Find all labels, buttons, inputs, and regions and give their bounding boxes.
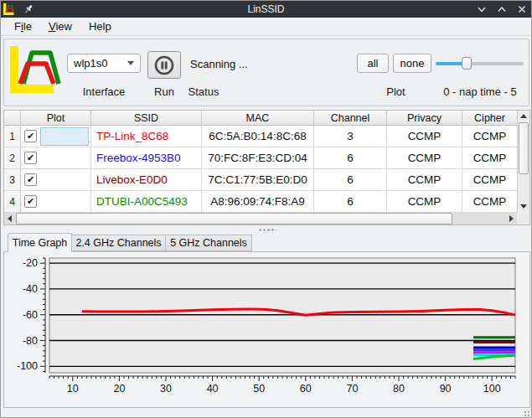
table-row[interactable]: 3 Livebox-E0D0 7C:C1:77:5B:E0:D0 6 CCMP … [4,169,517,191]
column-header-privacy[interactable]: Privacy [387,111,462,126]
menu-file[interactable]: File [6,18,40,34]
mac-cell[interactable]: 7C:C1:77:5B:E0:D0 [202,169,314,191]
plot-cell[interactable] [21,169,91,191]
statusbar [1,409,532,418]
plot-checkbox[interactable] [24,173,37,186]
time-graph-chart: -20-40-60-80-100102030405060708090100 [4,252,529,407]
column-header-mac[interactable]: MAC [202,111,314,126]
svg-text:-20: -20 [23,257,38,269]
scroll-left-icon[interactable] [4,213,15,224]
table-horizontal-scrollbar[interactable] [4,213,517,224]
scroll-right-icon[interactable] [506,213,517,224]
run-button[interactable] [147,51,181,79]
row-number-header [4,111,21,126]
svg-text:80: 80 [393,383,405,395]
cipher-cell[interactable]: CCMP [462,191,517,213]
plot-checkbox[interactable] [24,152,37,164]
scrollbar-corner [517,213,529,224]
mac-cell[interactable]: 6C:5A:B0:14:8C:68 [202,126,314,147]
svg-text:40: 40 [207,383,219,395]
column-header-ssid[interactable]: SSID [91,111,202,126]
interface-select[interactable]: wlp1s0 [67,54,141,73]
svg-text:70: 70 [346,383,358,395]
close-button[interactable] [515,3,528,16]
titlebar[interactable]: LinSSID [1,1,531,18]
channel-cell[interactable]: 3 [314,126,387,147]
interface-value: wlp1s0 [68,57,127,70]
plot-cell-selection[interactable] [40,171,89,189]
cipher-cell[interactable]: CCMP [462,147,517,169]
svg-text:-40: -40 [23,283,38,295]
cipher-cell[interactable]: CCMP [462,126,517,147]
column-header-channel[interactable]: Channel [314,111,387,126]
tab-time-graph[interactable]: Time Graph [8,233,72,252]
plot-cell[interactable] [21,191,91,213]
svg-text:10: 10 [67,383,79,395]
svg-text:100: 100 [483,383,501,395]
ssid-cell[interactable]: Livebox-E0D0 [91,169,202,191]
plot-cell-selection[interactable] [40,127,89,146]
column-header-cipher[interactable]: Cipher [462,111,517,126]
ssid-cell[interactable]: Freebox-4953B0 [91,147,202,169]
column-header-plot[interactable]: Plot [21,111,91,126]
mac-cell[interactable]: 70:FC:8F:E3:CD:04 [202,147,314,169]
resize-grip[interactable] [523,410,530,417]
linssid-logo [8,44,62,96]
plot-cell[interactable] [21,147,91,169]
privacy-cell[interactable]: CCMP [387,147,462,169]
plot-cell-selection[interactable] [40,149,89,168]
status-label: Status [185,85,222,98]
channel-cell[interactable]: 6 [314,147,387,169]
privacy-cell[interactable]: CCMP [387,191,462,213]
svg-text:20: 20 [113,383,125,395]
slider-handle[interactable] [462,57,472,70]
table-row[interactable]: 2 Freebox-4953B0 70:FC:8F:E3:CD:04 6 CCM… [4,147,517,169]
pause-icon [153,54,175,76]
cipher-cell[interactable]: CCMP [462,169,517,191]
row-number: 1 [4,126,21,147]
plot-checkbox[interactable] [24,195,37,208]
plot-cell-selection[interactable] [40,193,89,211]
svg-text:50: 50 [253,383,265,395]
ssid-cell[interactable]: TP-Link_8C68 [91,126,202,147]
scroll-up-icon[interactable] [518,111,529,121]
plot-cell[interactable] [21,126,91,147]
svg-text:30: 30 [160,383,172,395]
run-label: Run [147,85,181,98]
tab-24ghz-channels[interactable]: 2.4 GHz Channels [72,235,166,251]
status-value: Scanning ... [190,58,248,70]
scroll-down-icon[interactable] [518,201,529,212]
interface-label: Interface [67,85,141,98]
plot-all-button[interactable]: all [357,54,389,73]
menu-help[interactable]: Help [80,18,120,34]
menubar: File View Help [1,18,531,36]
menu-view[interactable]: View [40,18,80,34]
tab-5ghz-channels[interactable]: 5 GHz Channels [166,235,252,251]
plot-checkbox[interactable] [24,130,37,142]
privacy-cell[interactable]: CCMP [387,169,462,191]
channel-cell[interactable]: 6 [314,191,387,213]
horizontal-scroll-thumb[interactable] [16,213,452,224]
svg-text:-80: -80 [23,335,38,347]
ssid-cell[interactable]: DTUBI-A00C5493 [91,191,202,213]
splitter-dots-icon [258,229,276,231]
minimize-button[interactable] [475,3,488,16]
vertical-scroll-thumb[interactable] [519,122,529,174]
row-number: 4 [4,191,21,213]
time-graph-pane: -20-40-60-80-100102030405060708090100 [3,251,530,408]
nap-time-slider[interactable] [436,54,524,73]
toolbar: wlp1s0 Interface Run Scanning ... Status… [3,39,529,106]
networks-table: Plot SSID MAC Channel Privacy Cipher 1 T… [3,110,530,225]
channel-cell[interactable]: 6 [314,169,387,191]
table-vertical-scrollbar[interactable] [517,111,529,213]
mac-cell[interactable]: A8:96:09:74:F8:A9 [202,191,314,213]
splitter-handle[interactable] [1,225,532,233]
svg-text:-100: -100 [17,360,38,372]
table-row[interactable]: 1 TP-Link_8C68 6C:5A:B0:14:8C:68 3 CCMP … [4,126,517,147]
plot-none-button[interactable]: none [393,54,431,73]
table-row[interactable]: 4 DTUBI-A00C5493 A8:96:09:74:F8:A9 6 CCM… [4,191,517,213]
maximize-button[interactable] [495,3,508,16]
row-number: 2 [4,147,21,169]
chevron-down-icon [127,61,134,69]
privacy-cell[interactable]: CCMP [387,126,462,147]
